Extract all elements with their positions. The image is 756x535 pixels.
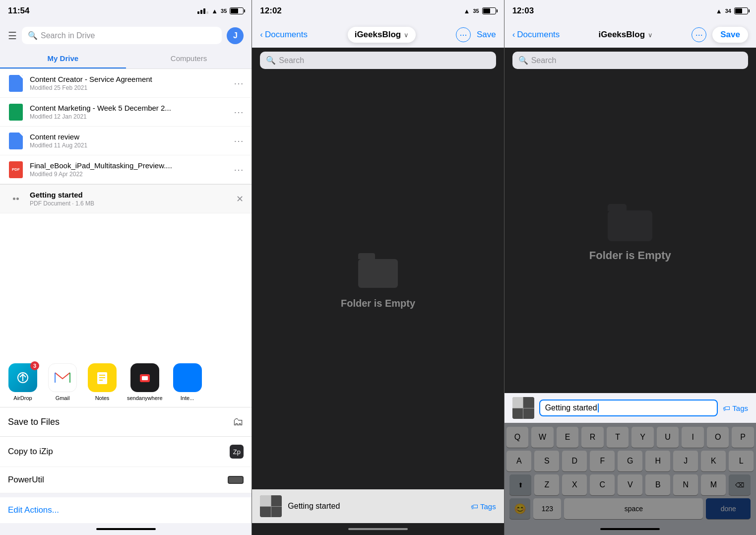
- key-l[interactable]: L: [729, 451, 754, 471]
- sendanywhere-label: sendanywhere: [127, 395, 163, 401]
- home-indicator-p3: [504, 523, 756, 535]
- file-item-1[interactable]: Content Creator - Service Agreement Modi…: [0, 69, 252, 98]
- key-o[interactable]: O: [707, 427, 729, 448]
- nav-back-p2[interactable]: ‹ Documents: [260, 30, 308, 40]
- status-bar-p1: 11:54 ▲ 35: [0, 0, 252, 22]
- save-to-files-item[interactable]: Save to Files 🗂: [0, 407, 252, 437]
- key-f[interactable]: F: [590, 451, 615, 471]
- notes-icon: [88, 363, 117, 392]
- key-space[interactable]: space: [564, 498, 703, 519]
- tags-icon-p3: 🏷: [723, 404, 730, 412]
- key-n[interactable]: N: [673, 474, 698, 495]
- key-m[interactable]: M: [701, 474, 726, 495]
- filename-area-p3: Getting started 🏷 Tags: [504, 393, 756, 423]
- battery-label-p1: 35: [221, 8, 227, 14]
- files-search-p3[interactable]: 🔍 Search: [512, 52, 748, 69]
- key-shift[interactable]: ⬆: [509, 474, 531, 495]
- key-x[interactable]: X: [562, 474, 587, 495]
- gmail-label: Gmail: [56, 395, 70, 401]
- back-chevron-icon: ‹: [260, 30, 263, 40]
- key-emoji[interactable]: 😊: [509, 498, 530, 519]
- pinned-file-name: Getting started: [30, 191, 230, 199]
- key-i[interactable]: I: [682, 427, 704, 448]
- nav-back-p3[interactable]: ‹ Documents: [512, 30, 560, 40]
- key-q[interactable]: Q: [506, 427, 529, 448]
- filename-input-p3[interactable]: Getting started: [539, 400, 718, 417]
- search-placeholder-p3: Search: [531, 56, 557, 65]
- files-nav-p3: ‹ Documents iGeeksBlog ∨ ··· Save: [504, 22, 756, 48]
- key-j[interactable]: J: [673, 451, 698, 471]
- tags-button-p2[interactable]: 🏷 Tags: [471, 502, 496, 511]
- pinned-file-item[interactable]: Getting started PDF Document · 1.6 MB ✕: [0, 184, 252, 213]
- folder-empty-label-p2: Folder is Empty: [341, 298, 415, 309]
- key-numbers[interactable]: 123: [533, 498, 561, 519]
- panel-google-drive: 11:54 ▲ 35 ☰ 🔍 Search in Drive J My Driv…: [0, 0, 252, 535]
- key-w[interactable]: W: [531, 427, 554, 448]
- key-d[interactable]: D: [562, 451, 587, 471]
- kb-row-2: A S D F G H J K L: [506, 451, 754, 471]
- key-r[interactable]: R: [581, 427, 604, 448]
- key-v[interactable]: V: [618, 474, 642, 495]
- nav-dots-button-p3[interactable]: ···: [692, 27, 706, 42]
- key-b[interactable]: B: [645, 474, 670, 495]
- share-app-gmail[interactable]: Gmail: [48, 363, 77, 401]
- drive-search-bar[interactable]: 🔍 Search in Drive: [22, 27, 222, 44]
- nav-save-button-p3[interactable]: Save: [712, 27, 748, 43]
- folder-icon-p3: [608, 204, 652, 241]
- signal-icon: [197, 8, 208, 14]
- key-p[interactable]: P: [732, 427, 754, 448]
- key-k[interactable]: K: [701, 451, 726, 471]
- file-more-icon-1[interactable]: ⋯: [234, 77, 244, 89]
- status-icons-p1: ▲ 35: [197, 7, 244, 15]
- files-preview-bar-p2: Getting started 🏷 Tags: [252, 489, 504, 523]
- file-more-icon-2[interactable]: ⋯: [234, 106, 244, 118]
- nav-save-button-p2[interactable]: Save: [477, 30, 496, 40]
- home-indicator-p1: [0, 523, 252, 535]
- drive-avatar[interactable]: J: [227, 27, 244, 44]
- filename-text-p3: Getting started: [545, 403, 712, 413]
- power-util-item[interactable]: PowerUtil: [0, 467, 252, 493]
- key-g[interactable]: G: [618, 451, 642, 471]
- tab-my-drive[interactable]: My Drive: [0, 49, 126, 68]
- search-icon-p2: 🔍: [266, 56, 276, 65]
- nav-title-pill-p2[interactable]: iGeeksBlog ∨: [348, 27, 416, 43]
- key-u[interactable]: U: [657, 427, 679, 448]
- share-app-notes[interactable]: Notes: [87, 363, 117, 401]
- share-app-other[interactable]: Inte...: [173, 363, 202, 401]
- battery-icon-p2: [482, 7, 496, 14]
- home-indicator-p2: [252, 523, 504, 535]
- tags-button-p3[interactable]: 🏷 Tags: [723, 404, 748, 412]
- power-util-label: PowerUtil: [8, 475, 44, 485]
- key-h[interactable]: H: [645, 451, 670, 471]
- tab-computers[interactable]: Computers: [126, 49, 252, 68]
- hamburger-icon[interactable]: ☰: [8, 30, 17, 42]
- share-apps-row: 3 AirDrop Gmail Notes: [0, 353, 252, 407]
- file-item-4[interactable]: PDF Final_eBook_iPad_Multitasking_Previe…: [0, 155, 252, 184]
- key-z[interactable]: Z: [534, 474, 559, 495]
- file-more-icon-4[interactable]: ⋯: [234, 164, 244, 176]
- folder-icon-p2: [358, 253, 398, 288]
- key-backspace[interactable]: ⌫: [729, 474, 751, 495]
- key-c[interactable]: C: [590, 474, 615, 495]
- nav-dots-button-p2[interactable]: ···: [456, 27, 471, 42]
- key-a[interactable]: A: [506, 451, 531, 471]
- file-item-3[interactable]: Content review Modified 11 Aug 2021 ⋯: [0, 127, 252, 155]
- share-app-sendanywhere[interactable]: sendanywhere: [127, 363, 163, 401]
- key-t[interactable]: T: [607, 427, 629, 448]
- key-done[interactable]: done: [706, 498, 751, 519]
- pinned-close-icon[interactable]: ✕: [236, 194, 244, 204]
- panel-files-rename: 12:03 ▲ 34 ‹ Documents iGeeksBlog ∨ ··· …: [504, 0, 756, 535]
- key-s[interactable]: S: [534, 451, 559, 471]
- file-item-2[interactable]: Content Marketing - Week 5 December 2...…: [0, 98, 252, 127]
- edit-actions-item[interactable]: Edit Actions...: [0, 497, 252, 523]
- copy-to-izip-item[interactable]: Copy to iZip Zp: [0, 437, 252, 467]
- key-e[interactable]: E: [557, 427, 579, 448]
- nav-chevron-icon-p3: ∨: [648, 31, 653, 39]
- share-app-airdrop[interactable]: 3 AirDrop: [8, 363, 38, 401]
- file-more-icon-3[interactable]: ⋯: [234, 135, 244, 147]
- key-y[interactable]: Y: [631, 427, 654, 448]
- files-search-p2[interactable]: 🔍 Search: [260, 52, 496, 69]
- preview-thumb-p2: [260, 495, 282, 517]
- status-bar-p2: 12:02 ▲ 35: [252, 0, 504, 22]
- file-icon-sheet-2: [8, 104, 24, 120]
